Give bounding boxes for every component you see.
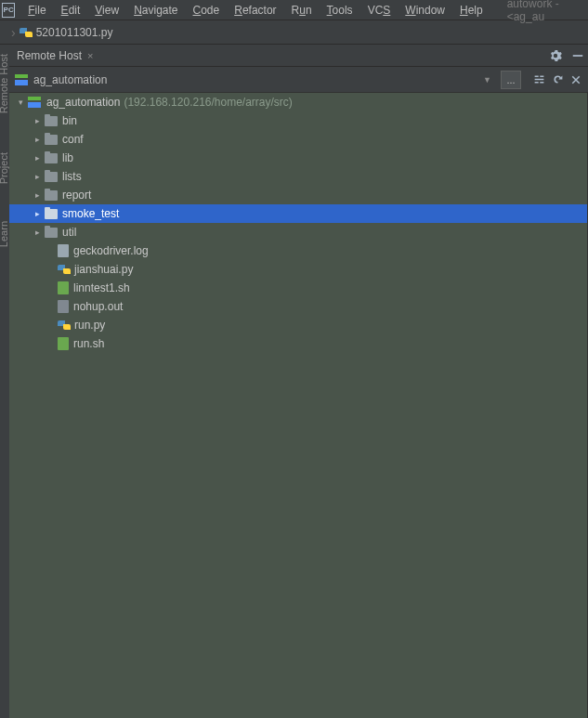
tree-folder-lists[interactable]: ▸lists <box>9 167 588 186</box>
file-label: geckodriver.log <box>73 244 149 257</box>
refresh-icon[interactable] <box>551 73 564 86</box>
chevron-right-icon: › <box>11 25 16 40</box>
folder-icon <box>45 116 58 126</box>
file-label: nohup.out <box>73 300 123 313</box>
folder-icon <box>45 228 58 238</box>
rail-project[interactable]: Project <box>0 152 9 184</box>
host-selector[interactable]: ag_automation <box>11 72 474 88</box>
window-title: autowork - <ag_au <box>507 0 588 23</box>
tree-file-jianshuai.py[interactable]: jianshuai.py <box>9 260 588 279</box>
file-icon <box>58 244 69 257</box>
expand-icon[interactable]: ▸ <box>32 228 43 237</box>
folder-label: report <box>62 189 91 202</box>
tree-file-geckodriver.log[interactable]: geckodriver.log <box>9 242 588 260</box>
server-icon <box>28 97 41 108</box>
rail-remote-host[interactable]: Remote Host <box>0 54 9 113</box>
menu-navigate[interactable]: Navigate <box>126 2 185 19</box>
tree-folder-util[interactable]: ▸util <box>9 223 588 242</box>
menubar: PC FileEditViewNavigateCodeRefactorRunTo… <box>0 0 588 20</box>
menu-file[interactable]: File <box>20 2 53 19</box>
host-name: ag_automation <box>33 73 107 86</box>
navigation-bar: › 5201011301.py <box>0 20 588 45</box>
tree-file-nohup.out[interactable]: nohup.out <box>9 297 588 316</box>
folder-label: lib <box>62 151 73 164</box>
menu-help[interactable]: Help <box>452 2 490 19</box>
file-label: run.py <box>74 319 105 332</box>
breadcrumb-file[interactable]: 5201011301.py <box>36 26 113 39</box>
tree-folder-smoke_test[interactable]: ▸smoke_test <box>9 204 588 223</box>
menu-run[interactable]: Run <box>284 2 320 19</box>
folder-label: util <box>62 226 76 239</box>
close-icon[interactable] <box>569 73 582 86</box>
menu-edit[interactable]: Edit <box>54 2 88 19</box>
expand-icon[interactable]: ▸ <box>32 209 43 218</box>
host-selector-row: ag_automation ▼ ... <box>0 67 588 93</box>
tree-folder-lib[interactable]: ▸lib <box>9 149 588 167</box>
gear-icon[interactable] <box>549 49 562 62</box>
svg-rect-0 <box>573 55 583 57</box>
expand-icon[interactable]: ▸ <box>32 190 43 200</box>
file-icon <box>58 281 69 294</box>
file-icon <box>58 300 69 313</box>
menu-code[interactable]: Code <box>186 2 228 19</box>
menu-refactor[interactable]: Refactor <box>227 2 283 19</box>
tree-root[interactable]: ▾ ag_automation (192.168.120.216/home/ar… <box>9 93 588 111</box>
menu-window[interactable]: Window <box>398 2 452 19</box>
remote-host-tab[interactable]: Remote Host × <box>11 46 102 65</box>
folder-label: conf <box>62 133 84 146</box>
expand-icon[interactable]: ▸ <box>32 153 43 163</box>
folder-icon <box>45 153 58 163</box>
minimize-icon[interactable] <box>571 49 584 62</box>
tree-folder-report[interactable]: ▸report <box>9 186 588 204</box>
file-label: run.sh <box>73 337 104 350</box>
tree-root-name: ag_automation <box>46 96 120 109</box>
folder-label: lists <box>62 170 82 183</box>
tree-folder-conf[interactable]: ▸conf <box>9 130 588 149</box>
diff-icon[interactable] <box>532 73 545 86</box>
folder-label: bin <box>62 114 77 127</box>
menu-view[interactable]: View <box>87 2 126 19</box>
close-icon[interactable]: × <box>87 50 93 61</box>
chevron-down-icon[interactable]: ▼ <box>483 75 491 85</box>
folder-icon <box>45 209 58 219</box>
folder-icon <box>45 190 58 201</box>
remote-host-tree[interactable]: ▾ ag_automation (192.168.120.216/home/ar… <box>9 93 588 718</box>
folder-icon <box>45 135 58 145</box>
expand-icon[interactable]: ▸ <box>32 172 43 181</box>
tree-file-run.py[interactable]: run.py <box>9 316 588 334</box>
python-file-icon <box>58 263 71 276</box>
file-label: linntest1.sh <box>73 281 130 294</box>
python-file-icon <box>58 319 71 332</box>
server-icon <box>15 74 28 85</box>
pycharm-logo-icon: PC <box>2 3 15 18</box>
tree-folder-bin[interactable]: ▸bin <box>9 111 588 130</box>
expand-icon[interactable]: ▸ <box>32 135 43 144</box>
menu-vcs[interactable]: VCS <box>360 2 399 19</box>
collapse-icon[interactable]: ▾ <box>15 98 26 107</box>
menu-tools[interactable]: Tools <box>320 2 360 19</box>
file-label: jianshuai.py <box>74 263 133 276</box>
rail-learn[interactable]: Learn <box>0 221 9 247</box>
folder-label: smoke_test <box>62 207 119 220</box>
folder-icon <box>45 172 58 182</box>
browse-button[interactable]: ... <box>501 71 521 89</box>
remote-host-panel-header: Remote Host × <box>0 45 588 67</box>
tab-label: Remote Host <box>17 49 82 62</box>
expand-icon[interactable]: ▸ <box>32 116 43 125</box>
file-icon <box>58 337 69 350</box>
left-tool-rail: Remote Host Project Learn <box>0 45 9 718</box>
tree-file-run.sh[interactable]: run.sh <box>9 334 588 353</box>
tree-file-linntest1.sh[interactable]: linntest1.sh <box>9 279 588 297</box>
tree-root-path: (192.168.120.216/home/array/src) <box>124 96 292 109</box>
python-file-icon <box>20 26 33 39</box>
